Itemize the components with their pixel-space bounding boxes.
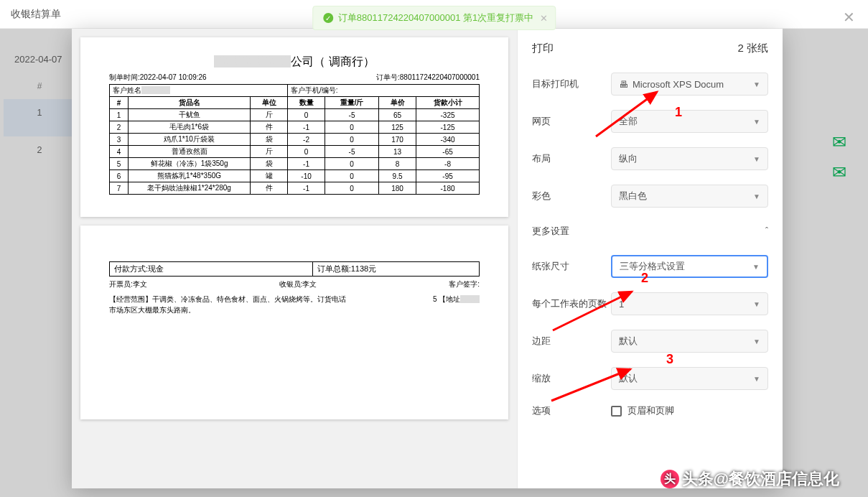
sheet-count: 2 张纸 <box>737 42 768 55</box>
printer-select[interactable]: 🖶Microsoft XPS Docum ▼ <box>611 73 768 96</box>
receipt-row: 6熊猫炼乳1*48*350G罐-1009.5-95 <box>110 170 480 182</box>
header-footer-label: 页眉和页脚 <box>627 404 674 417</box>
options-label: 选项 <box>532 404 611 417</box>
color-label: 彩色 <box>532 190 611 203</box>
zoom-select[interactable]: 默认▼ <box>611 367 768 390</box>
receipt-row: 4普通孜然面斤0-513-65 <box>110 146 480 158</box>
preview-pane[interactable]: XXXXXXXXXX公司（ 调商行） 制单时间:2022-04-07 10:09… <box>72 29 517 488</box>
margin-select[interactable]: 默认▼ <box>611 330 768 353</box>
receipt-row: 3鸡爪1*10斤袋装袋-20170-340 <box>110 134 480 146</box>
paper-label: 纸张尺寸 <box>532 260 611 273</box>
more-settings-toggle[interactable]: 更多设置 ˆ <box>518 215 783 248</box>
chevron-down-icon: ▼ <box>753 338 760 345</box>
receipt-row: 7老干妈豉油辣椒1*24*280g件-10180-180 <box>110 182 480 195</box>
chevron-down-icon: ▼ <box>753 80 760 88</box>
print-dialog: XXXXXXXXXX公司（ 调商行） 制单时间:2022-04-07 10:09… <box>72 29 783 488</box>
printer-label: 目标打印机 <box>532 78 611 90</box>
annotation-number-1: 1 <box>675 105 682 120</box>
watermark: 头 头条@餐饮酒店信息化 <box>661 468 839 490</box>
chevron-down-icon: ▼ <box>753 192 760 200</box>
chevron-down-icon: ▼ <box>753 300 760 308</box>
meta-time: 制单时间:2022-04-07 10:09:26 <box>109 73 207 83</box>
chevron-down-icon: ▼ <box>752 263 760 271</box>
close-icon[interactable]: ✕ <box>843 9 855 26</box>
chevron-down-icon: ▼ <box>753 155 760 163</box>
layout-label: 布局 <box>532 152 611 165</box>
annotation-number-3: 3 <box>666 352 673 367</box>
preview-page-1: XXXXXXXXXX公司（ 调商行） 制单时间:2022-04-07 10:09… <box>80 37 508 217</box>
per-sheet-select[interactable]: 1▼ <box>611 292 768 315</box>
chevron-up-icon: ˆ <box>765 226 768 236</box>
per-sheet-label: 每个工作表的页数 <box>532 297 611 310</box>
zoom-label: 缩放 <box>532 372 611 385</box>
margin-label: 边距 <box>532 335 611 348</box>
toutiao-icon: 头 <box>661 470 679 488</box>
settings-pane: 打印 2 张纸 目标打印机 🖶Microsoft XPS Docum ▼ 网页 … <box>517 29 783 488</box>
chevron-down-icon: ▼ <box>753 375 760 383</box>
success-icon: ✓ <box>323 13 333 23</box>
pages-label: 网页 <box>532 115 611 128</box>
print-header: 打印 <box>532 42 554 55</box>
receipt-row: 2毛毛肉1*6袋件-10125-125 <box>110 121 480 134</box>
color-select[interactable]: 黑白色▼ <box>611 185 768 208</box>
meta-order: 订单号:88011724220407000001 <box>376 73 480 83</box>
toast-text: 订单88011724220407000001 第1次重复打票中 <box>338 11 533 24</box>
toast-notification: ✓ 订单88011724220407000001 第1次重复打票中 ✕ <box>312 6 556 30</box>
paper-select[interactable]: 三等分格式设置▼ <box>611 255 768 278</box>
preview-page-2: 付款方式:现金 订单总额:1138元 开票员:李文 收银员:李文 客户签字: 【… <box>80 226 508 419</box>
receipt-row: 1干鱿鱼斤0-565-325 <box>110 109 480 121</box>
receipt-row: 5鲜花椒（冷冻）1袋350g袋-108-8 <box>110 158 480 170</box>
chevron-down-icon: ▼ <box>753 118 760 126</box>
layout-select[interactable]: 纵向▼ <box>611 147 768 170</box>
annotation-number-2: 2 <box>641 271 648 286</box>
pages-select[interactable]: 全部▼ <box>611 110 768 133</box>
receipt-table: 客户姓名XXXXXX 客户手机/编号: # 货品名 单位 数量 重量/斤 单价 … <box>109 84 480 195</box>
printer-icon: 🖶 <box>619 79 628 90</box>
header-footer-checkbox[interactable] <box>611 406 622 417</box>
toast-close-icon[interactable]: ✕ <box>540 13 548 24</box>
